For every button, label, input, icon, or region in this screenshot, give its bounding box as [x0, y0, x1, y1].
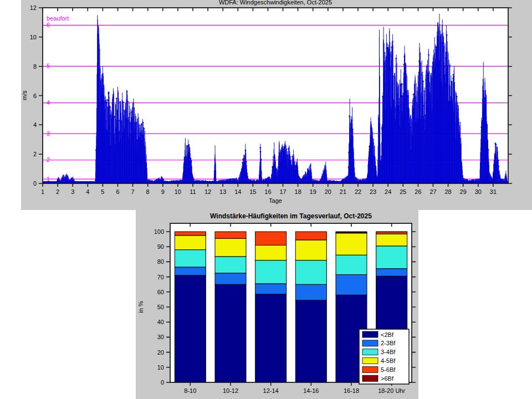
bar-segment-2-3Bf — [295, 284, 326, 300]
x-tick-label-14-16: 14-16 — [303, 387, 319, 394]
x-tick-label-day-16: 16 — [264, 188, 271, 195]
y-tick-label-90: 90 — [157, 243, 164, 250]
bar-segment-4-5Bf — [336, 233, 367, 255]
bar-12-14 — [255, 232, 287, 382]
x-tick-label-18-20-Uhr: 18-20 Uhr — [378, 387, 405, 394]
bar-segment-4-5Bf — [175, 236, 206, 250]
x-tick-label-10-12: 10-12 — [223, 387, 238, 394]
y-tick-label-12: 12 — [30, 4, 37, 11]
legend-swatch-4-5Bf — [362, 358, 378, 364]
x-tick-label-12-14: 12-14 — [263, 387, 279, 394]
wind-frequency-chart-title: Windstärke-Häufigkeiten im Tagesverlauf,… — [210, 212, 372, 220]
x-tick-label-day-31: 31 — [490, 188, 497, 195]
beaufort-line-label-5: 5 — [47, 63, 50, 69]
bar-segment-<2Bf — [255, 294, 287, 382]
legend-label-2-3Bf: 2-3Bf — [381, 340, 396, 346]
x-tick-label-day-27: 27 — [429, 188, 436, 195]
x-tick-label-day-25: 25 — [400, 188, 406, 195]
bar-8-10 — [175, 232, 206, 382]
x-tick-label-day-1: 1 — [41, 188, 44, 195]
x-tick-label-day-4: 4 — [86, 188, 89, 195]
beaufort-line-label-1: 1 — [47, 176, 50, 182]
y-tick-label-10: 10 — [30, 34, 37, 40]
x-tick-label-day-10: 10 — [175, 188, 181, 195]
x-tick-label-day-29: 29 — [460, 188, 467, 195]
legend: <2Bf2-3Bf3-4Bf4-5Bf5-6Bf>6Bf — [359, 329, 409, 384]
y-tick-label-70: 70 — [157, 274, 164, 280]
legend-label->6Bf: >6Bf — [381, 375, 394, 382]
bar-segment-2-3Bf — [175, 267, 206, 275]
x-tick-label-day-3: 3 — [71, 188, 74, 195]
bar-segment->6Bf — [376, 232, 407, 232]
wind-frequency-chart: 01020304050607080901008-1010-1212-1414-1… — [136, 209, 418, 399]
bar-segment-<2Bf — [295, 300, 326, 382]
bar-segment-3-4Bf — [255, 260, 287, 284]
bar-segment-<2Bf — [175, 275, 206, 382]
bar-segment-5-6Bf — [295, 232, 326, 240]
x-tick-label-day-9: 9 — [161, 188, 165, 195]
page: 1234561234567891011121314151617181920212… — [0, 0, 532, 399]
bar-segment-5-6Bf — [376, 232, 407, 234]
x-tick-label-day-2: 2 — [56, 188, 59, 195]
y-tick-label-4: 4 — [33, 121, 37, 128]
x-tick-label-day-14: 14 — [234, 188, 241, 195]
x-tick-label-day-23: 23 — [370, 188, 376, 195]
legend-swatch-5-6Bf — [362, 366, 378, 372]
x-tick-label-day-26: 26 — [415, 188, 421, 195]
y-tick-label-0: 0 — [161, 379, 164, 386]
x-tick-label-day-22: 22 — [355, 188, 361, 195]
x-tick-label-day-19: 19 — [310, 188, 316, 195]
y-tick-label-80: 80 — [157, 258, 164, 265]
y-tick-label-30: 30 — [157, 334, 164, 340]
legend-swatch-2-3Bf — [362, 340, 378, 346]
x-tick-label-16-18: 16-18 — [344, 387, 359, 394]
beaufort-line-label-6: 6 — [47, 22, 50, 28]
legend-label-<2Bf: <2Bf — [381, 331, 394, 338]
y-tick-label-40: 40 — [157, 319, 164, 325]
x-tick-label-day-5: 5 — [101, 188, 104, 195]
bar-segment-5-6Bf — [215, 232, 246, 238]
beaufort-line-label-3: 3 — [47, 130, 50, 137]
bar-segment-3-4Bf — [336, 255, 367, 274]
wind-speed-y-axis-label: m/s — [21, 90, 28, 100]
x-tick-label-day-28: 28 — [444, 188, 451, 195]
x-tick-label-day-8: 8 — [146, 188, 150, 195]
legend-label-3-4Bf: 3-4Bf — [381, 349, 396, 355]
legend-swatch-3-4Bf — [362, 349, 378, 355]
beaufort-line-label-4: 4 — [47, 99, 50, 106]
x-tick-label-day-21: 21 — [340, 188, 346, 195]
bar-segment-5-6Bf — [175, 232, 206, 236]
bar-14-16 — [295, 232, 326, 382]
legend-label-5-6Bf: 5-6Bf — [381, 366, 396, 373]
bar-segment-2-3Bf — [255, 284, 287, 294]
x-tick-label-day-12: 12 — [204, 188, 211, 195]
wind-speed-figure: 1234561234567891011121314151617181920212… — [21, 0, 532, 210]
y-tick-label-20: 20 — [157, 349, 164, 356]
bar-segment-3-4Bf — [215, 257, 246, 273]
bar-segment-3-4Bf — [175, 250, 206, 267]
x-tick-label-day-20: 20 — [325, 188, 331, 195]
x-tick-label-day-15: 15 — [249, 188, 256, 195]
legend-label-4-5Bf: 4-5Bf — [381, 357, 396, 364]
beaufort-scale-label: beaufort — [47, 15, 69, 22]
y-tick-label-10: 10 — [157, 364, 164, 371]
wind-speed-x-axis-label: Tage — [269, 197, 282, 204]
bar-segment-2-3Bf — [336, 275, 367, 295]
x-tick-label-8-10: 8-10 — [184, 387, 196, 394]
bar-segment-<2Bf — [215, 284, 246, 382]
bar-segment-4-5Bf — [215, 238, 246, 257]
y-tick-label-8: 8 — [33, 63, 37, 70]
y-tick-label-50: 50 — [157, 304, 164, 310]
y-tick-label-6: 6 — [33, 93, 37, 99]
y-tick-label-0: 0 — [33, 180, 37, 187]
wind-speed-chart-title: WDFA: Windgeschwindigkeiten, Oct-2025 — [219, 0, 332, 6]
wind-frequency-y-axis-label: in % — [137, 301, 144, 313]
bar-segment-3-4Bf — [295, 260, 326, 285]
x-tick-label-day-6: 6 — [116, 188, 119, 195]
wind-frequency-figure: 01020304050607080901008-1010-1212-1414-1… — [136, 209, 418, 399]
x-tick-label-day-24: 24 — [385, 188, 391, 195]
bar-segment->6Bf — [336, 232, 367, 233]
x-tick-label-day-7: 7 — [131, 188, 135, 195]
y-tick-label-2: 2 — [33, 151, 37, 157]
bar-10-12 — [215, 232, 246, 382]
